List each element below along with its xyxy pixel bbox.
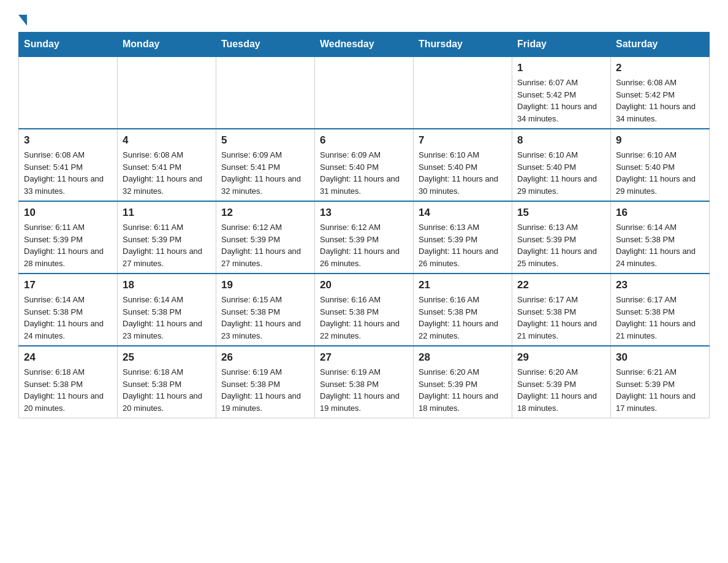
day-number: 30 (616, 351, 704, 364)
day-number: 29 (517, 351, 605, 364)
day-info: Sunrise: 6:13 AM Sunset: 5:39 PM Dayligh… (517, 221, 605, 269)
day-info: Sunrise: 6:21 AM Sunset: 5:39 PM Dayligh… (616, 366, 704, 414)
day-number: 9 (616, 134, 704, 147)
day-info: Sunrise: 6:20 AM Sunset: 5:39 PM Dayligh… (517, 366, 605, 414)
calendar-cell: 6Sunrise: 6:09 AM Sunset: 5:40 PM Daylig… (315, 129, 414, 201)
day-number: 11 (123, 207, 211, 219)
calendar-cell: 5Sunrise: 6:09 AM Sunset: 5:41 PM Daylig… (216, 129, 315, 201)
day-number: 26 (221, 351, 309, 364)
calendar-cell: 13Sunrise: 6:12 AM Sunset: 5:39 PM Dayli… (315, 201, 414, 274)
weekday-header-wednesday: Wednesday (315, 33, 414, 57)
day-number: 6 (320, 134, 408, 147)
day-number: 8 (517, 134, 605, 147)
weekday-header-thursday: Thursday (414, 33, 512, 57)
calendar-cell: 2Sunrise: 6:08 AM Sunset: 5:42 PM Daylig… (611, 56, 710, 129)
calendar-cell (414, 56, 512, 129)
calendar-header-row: SundayMondayTuesdayWednesdayThursdayFrid… (19, 33, 710, 57)
day-number: 5 (221, 134, 309, 147)
day-number: 27 (320, 351, 408, 364)
weekday-header-saturday: Saturday (611, 33, 710, 57)
calendar-week-row: 10Sunrise: 6:11 AM Sunset: 5:39 PM Dayli… (19, 201, 710, 274)
day-info: Sunrise: 6:19 AM Sunset: 5:38 PM Dayligh… (221, 366, 309, 414)
calendar-cell: 11Sunrise: 6:11 AM Sunset: 5:39 PM Dayli… (118, 201, 216, 274)
day-number: 14 (419, 207, 507, 219)
calendar-week-row: 3Sunrise: 6:08 AM Sunset: 5:41 PM Daylig… (19, 129, 710, 201)
page-header (18, 12, 710, 26)
day-info: Sunrise: 6:10 AM Sunset: 5:40 PM Dayligh… (517, 149, 605, 197)
day-info: Sunrise: 6:08 AM Sunset: 5:42 PM Dayligh… (616, 77, 704, 124)
logo (18, 12, 27, 26)
day-number: 13 (320, 207, 408, 219)
day-number: 23 (616, 279, 704, 291)
logo-arrow-icon (18, 15, 27, 26)
calendar-cell: 1Sunrise: 6:07 AM Sunset: 5:42 PM Daylig… (512, 56, 611, 129)
day-info: Sunrise: 6:12 AM Sunset: 5:39 PM Dayligh… (320, 221, 408, 269)
calendar-cell: 29Sunrise: 6:20 AM Sunset: 5:39 PM Dayli… (512, 346, 611, 418)
day-info: Sunrise: 6:07 AM Sunset: 5:42 PM Dayligh… (517, 77, 605, 124)
day-info: Sunrise: 6:09 AM Sunset: 5:40 PM Dayligh… (320, 149, 408, 197)
calendar-cell: 14Sunrise: 6:13 AM Sunset: 5:39 PM Dayli… (414, 201, 512, 274)
weekday-header-monday: Monday (118, 33, 216, 57)
day-info: Sunrise: 6:18 AM Sunset: 5:38 PM Dayligh… (24, 366, 112, 414)
weekday-header-tuesday: Tuesday (216, 33, 315, 57)
calendar-week-row: 17Sunrise: 6:14 AM Sunset: 5:38 PM Dayli… (19, 274, 710, 346)
day-number: 24 (24, 351, 112, 364)
calendar-cell (315, 56, 414, 129)
calendar-cell: 19Sunrise: 6:15 AM Sunset: 5:38 PM Dayli… (216, 274, 315, 346)
calendar-cell: 4Sunrise: 6:08 AM Sunset: 5:41 PM Daylig… (118, 129, 216, 201)
calendar-cell: 25Sunrise: 6:18 AM Sunset: 5:38 PM Dayli… (118, 346, 216, 418)
day-info: Sunrise: 6:11 AM Sunset: 5:39 PM Dayligh… (123, 221, 211, 269)
day-number: 25 (123, 351, 211, 364)
calendar-cell (216, 56, 315, 129)
calendar-cell: 24Sunrise: 6:18 AM Sunset: 5:38 PM Dayli… (19, 346, 118, 418)
day-info: Sunrise: 6:16 AM Sunset: 5:38 PM Dayligh… (320, 294, 408, 342)
day-info: Sunrise: 6:09 AM Sunset: 5:41 PM Dayligh… (221, 149, 309, 197)
day-number: 1 (517, 62, 605, 74)
day-number: 3 (24, 134, 112, 147)
calendar-cell: 3Sunrise: 6:08 AM Sunset: 5:41 PM Daylig… (19, 129, 118, 201)
weekday-header-sunday: Sunday (19, 33, 118, 57)
calendar-cell: 23Sunrise: 6:17 AM Sunset: 5:38 PM Dayli… (611, 274, 710, 346)
calendar-cell: 9Sunrise: 6:10 AM Sunset: 5:40 PM Daylig… (611, 129, 710, 201)
calendar-cell: 28Sunrise: 6:20 AM Sunset: 5:39 PM Dayli… (414, 346, 512, 418)
calendar-cell: 22Sunrise: 6:17 AM Sunset: 5:38 PM Dayli… (512, 274, 611, 346)
day-number: 10 (24, 207, 112, 219)
day-number: 18 (123, 279, 211, 291)
calendar-cell: 18Sunrise: 6:14 AM Sunset: 5:38 PM Dayli… (118, 274, 216, 346)
day-info: Sunrise: 6:18 AM Sunset: 5:38 PM Dayligh… (123, 366, 211, 414)
day-info: Sunrise: 6:17 AM Sunset: 5:38 PM Dayligh… (616, 294, 704, 342)
day-info: Sunrise: 6:10 AM Sunset: 5:40 PM Dayligh… (616, 149, 704, 197)
calendar-cell: 21Sunrise: 6:16 AM Sunset: 5:38 PM Dayli… (414, 274, 512, 346)
calendar-cell: 30Sunrise: 6:21 AM Sunset: 5:39 PM Dayli… (611, 346, 710, 418)
day-info: Sunrise: 6:08 AM Sunset: 5:41 PM Dayligh… (123, 149, 211, 197)
day-info: Sunrise: 6:14 AM Sunset: 5:38 PM Dayligh… (123, 294, 211, 342)
day-info: Sunrise: 6:08 AM Sunset: 5:41 PM Dayligh… (24, 149, 112, 197)
day-info: Sunrise: 6:14 AM Sunset: 5:38 PM Dayligh… (24, 294, 112, 342)
day-info: Sunrise: 6:11 AM Sunset: 5:39 PM Dayligh… (24, 221, 112, 269)
day-number: 12 (221, 207, 309, 219)
calendar-table: SundayMondayTuesdayWednesdayThursdayFrid… (18, 32, 710, 418)
day-number: 15 (517, 207, 605, 219)
calendar-cell: 26Sunrise: 6:19 AM Sunset: 5:38 PM Dayli… (216, 346, 315, 418)
calendar-cell: 12Sunrise: 6:12 AM Sunset: 5:39 PM Dayli… (216, 201, 315, 274)
calendar-cell: 17Sunrise: 6:14 AM Sunset: 5:38 PM Dayli… (19, 274, 118, 346)
day-info: Sunrise: 6:16 AM Sunset: 5:38 PM Dayligh… (419, 294, 507, 342)
calendar-week-row: 24Sunrise: 6:18 AM Sunset: 5:38 PM Dayli… (19, 346, 710, 418)
calendar-cell: 15Sunrise: 6:13 AM Sunset: 5:39 PM Dayli… (512, 201, 611, 274)
day-number: 7 (419, 134, 507, 147)
calendar-cell: 10Sunrise: 6:11 AM Sunset: 5:39 PM Dayli… (19, 201, 118, 274)
day-number: 28 (419, 351, 507, 364)
day-number: 16 (616, 207, 704, 219)
calendar-cell: 20Sunrise: 6:16 AM Sunset: 5:38 PM Dayli… (315, 274, 414, 346)
calendar-week-row: 1Sunrise: 6:07 AM Sunset: 5:42 PM Daylig… (19, 56, 710, 129)
weekday-header-friday: Friday (512, 33, 611, 57)
day-info: Sunrise: 6:20 AM Sunset: 5:39 PM Dayligh… (419, 366, 507, 414)
day-number: 17 (24, 279, 112, 291)
day-number: 21 (419, 279, 507, 291)
day-number: 20 (320, 279, 408, 291)
day-info: Sunrise: 6:13 AM Sunset: 5:39 PM Dayligh… (419, 221, 507, 269)
day-info: Sunrise: 6:17 AM Sunset: 5:38 PM Dayligh… (517, 294, 605, 342)
calendar-cell (19, 56, 118, 129)
calendar-cell: 7Sunrise: 6:10 AM Sunset: 5:40 PM Daylig… (414, 129, 512, 201)
calendar-cell: 16Sunrise: 6:14 AM Sunset: 5:38 PM Dayli… (611, 201, 710, 274)
